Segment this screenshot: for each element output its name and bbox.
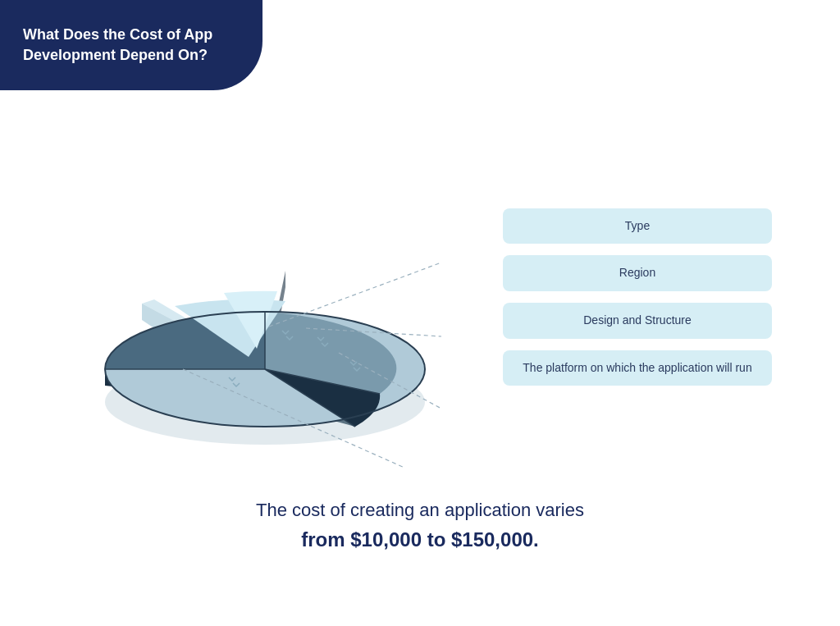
- cost-line1: The cost of creating an application vari…: [256, 496, 584, 524]
- legend-item-design: Design and Structure: [503, 303, 771, 339]
- page-title: What Does the Cost of App Development De…: [23, 25, 240, 66]
- header-section: What Does the Cost of App Development De…: [0, 0, 262, 90]
- main-content: Type Region Design and Structure The pla…: [0, 90, 840, 626]
- legend-item-region: Region: [503, 255, 771, 291]
- legend-item-type: Type: [503, 208, 771, 244]
- cost-line2: from $10,000 to $150,000.: [301, 528, 539, 551]
- legend-item-platform: The platform on which the application wi…: [503, 350, 771, 386]
- chart-legend-area: Type Region Design and Structure The pla…: [0, 107, 840, 471]
- pie-chart-svg: [68, 123, 462, 468]
- legend-container: Type Region Design and Structure The pla…: [503, 208, 771, 386]
- bottom-text-area: The cost of creating an application vari…: [256, 496, 584, 556]
- pie-chart-container: [68, 123, 478, 471]
